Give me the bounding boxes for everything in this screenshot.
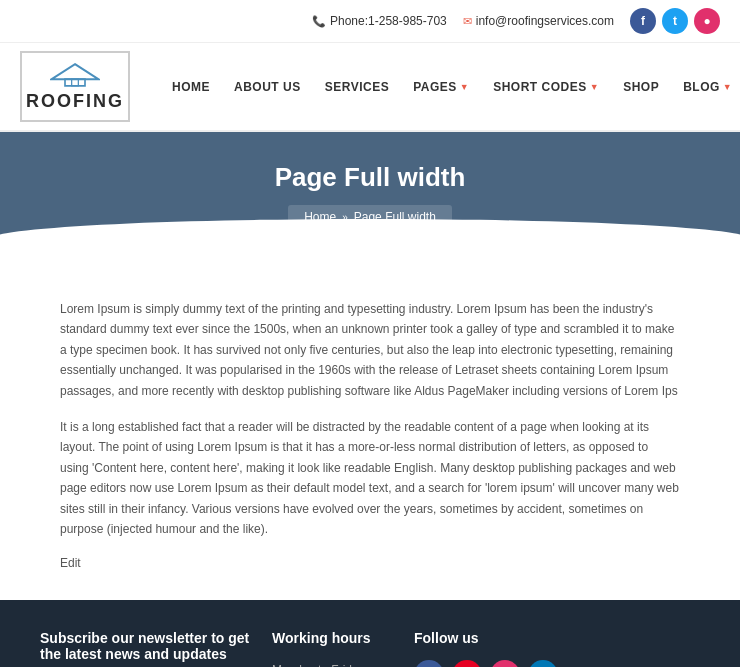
facebook-icon[interactable]: f [630, 8, 656, 34]
header: ROOFING HOME ABOUT US SERVICES PAGES ▼ S… [0, 43, 740, 132]
twitter-icon[interactable]: t [662, 8, 688, 34]
top-bar: 📞 Phone:1-258-985-703 ✉ info@roofingserv… [0, 0, 740, 43]
breadcrumb-current: Page Full width [354, 210, 436, 224]
email-icon: ✉ [463, 15, 472, 28]
nav-blog[interactable]: BLOG ▼ [671, 70, 740, 104]
logo[interactable]: ROOFING [20, 51, 130, 122]
footer-col-empty [578, 630, 700, 667]
follow-section: Follow us f p ● in [414, 630, 558, 667]
chevron-down-icon: ▼ [723, 82, 732, 92]
top-bar-contact: 📞 Phone:1-258-985-703 ✉ info@roofingserv… [312, 14, 614, 28]
nav-pages[interactable]: PAGES ▼ [401, 70, 481, 104]
working-hours-text: Monday to Friday – 10.00 Am to 4.00 Am S… [272, 660, 394, 667]
logo-text: ROOFING [26, 91, 124, 112]
follow-title: Follow us [414, 630, 558, 646]
working-hours-section: Working hours Monday to Friday – 10.00 A… [272, 630, 394, 667]
newsletter-section: Subscribe our newsletter to get the late… [40, 630, 252, 667]
main-content: Lorem Ipsum is simply dummy text of the … [0, 279, 740, 600]
breadcrumb: Home » Page Full width [288, 205, 452, 229]
phone-link[interactable]: Phone:1-258-985-703 [330, 14, 447, 28]
nav-short-codes[interactable]: SHORT CODES ▼ [481, 70, 611, 104]
svg-marker-0 [52, 64, 99, 79]
nav-home[interactable]: HOME [160, 70, 222, 104]
page-hero: Page Full width Home » Page Full width [0, 132, 740, 249]
email-link[interactable]: info@roofingservices.com [476, 14, 614, 28]
footer-top: Subscribe our newsletter to get the late… [0, 600, 740, 667]
breadcrumb-home[interactable]: Home [304, 210, 336, 224]
nav-services[interactable]: SERVICES [313, 70, 401, 104]
footer-pinterest-icon[interactable]: p [452, 660, 482, 667]
wave-spacer [0, 249, 740, 279]
newsletter-title: Subscribe our newsletter to get the late… [40, 630, 252, 662]
phone-contact: 📞 Phone:1-258-985-703 [312, 14, 447, 28]
edit-link[interactable]: Edit [60, 556, 81, 570]
footer-instagram-icon[interactable]: ● [490, 660, 520, 667]
footer-facebook-icon[interactable]: f [414, 660, 444, 667]
nav-about[interactable]: ABOUT US [222, 70, 313, 104]
page-title: Page Full width [20, 162, 720, 193]
footer-linkedin-icon[interactable]: in [528, 660, 558, 667]
email-contact: ✉ info@roofingservices.com [463, 14, 614, 28]
social-icons: f t ● [630, 8, 720, 34]
phone-icon: 📞 [312, 15, 326, 28]
instagram-icon[interactable]: ● [694, 8, 720, 34]
chevron-down-icon: ▼ [590, 82, 599, 92]
nav-shop[interactable]: SHOP [611, 70, 671, 104]
working-hours-title: Working hours [272, 630, 394, 646]
content-paragraph-2: It is a long established fact that a rea… [60, 417, 680, 539]
working-hours-line1: Monday to Friday – 10.00 Am to 4.00 Am [272, 660, 394, 667]
follow-social-icons: f p ● in [414, 660, 558, 667]
chevron-down-icon: ▼ [460, 82, 469, 92]
main-nav: HOME ABOUT US SERVICES PAGES ▼ SHORT COD… [160, 70, 740, 104]
content-paragraph-1: Lorem Ipsum is simply dummy text of the … [60, 299, 680, 401]
logo-roof-icon [50, 61, 100, 89]
breadcrumb-separator: » [342, 212, 348, 223]
